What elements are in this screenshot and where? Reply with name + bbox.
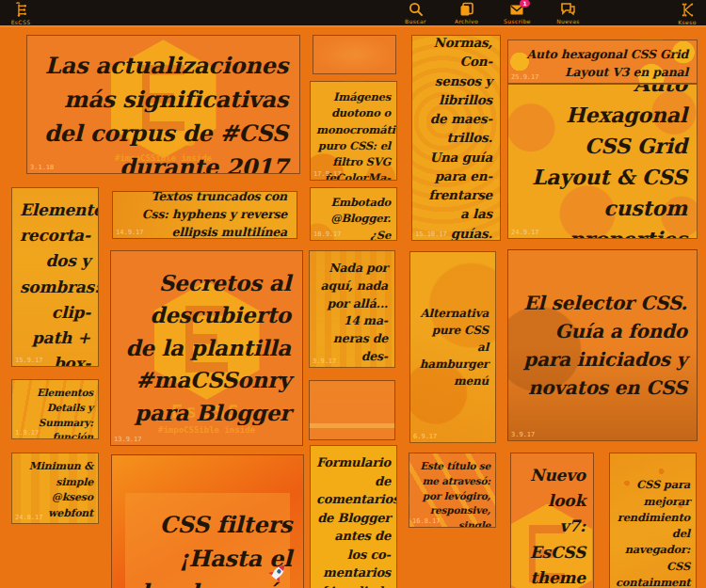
post-date: 3.1.18 — [30, 164, 54, 171]
post-card-blank-top[interactable] — [313, 35, 396, 74]
search-button[interactable]: Buscar — [396, 2, 435, 24]
post-card-blank-mid[interactable] — [309, 380, 395, 440]
kseso-logo-label: Kseso — [678, 19, 697, 25]
post-card-nuevo-look[interactable]: Nuevo look v7: EsCSS theme 2018 ~ la- — [510, 453, 594, 588]
post-card-este-titulo[interactable]: Este título se me atravesó: por levó­gir… — [409, 453, 496, 528]
post-title: Secretos al descu­bierto de la planti­ll… — [122, 267, 291, 430]
post-title: CSS para mejorar rendimiento del navegad… — [616, 477, 690, 588]
kseso-k-logo-icon — [680, 2, 696, 18]
toolbar-actions: Buscar Archivo 1 Suscribe — [396, 2, 587, 24]
search-label: Buscar — [405, 18, 426, 24]
post-title: Las actualizaciones más significativas d… — [39, 49, 288, 174]
post-date: 15.9.17 — [15, 357, 43, 364]
post-card-secretos[interactable]: EsCSS#impoCSSible insideSecretos al desc… — [110, 250, 303, 446]
post-card-auto-v3[interactable]: Auto hexagonal CSS Grid Layout V3 en pan… — [507, 40, 698, 84]
search-icon — [409, 2, 424, 17]
post-card-elementos-recortados[interactable]: Elementos recorta­dos y sombras: clip-pa… — [11, 187, 99, 367]
archive-button[interactable]: Archivo — [447, 2, 486, 24]
kseso-profile-logo[interactable]: Kseso — [670, 2, 704, 25]
post-card-css-filters[interactable]: CSS filters ¡Hasta el borde y más allá! — [111, 454, 304, 588]
post-date: 17.9.17 — [313, 170, 342, 178]
post-title: El selector CSS. Guía a fondo para inici… — [518, 289, 687, 402]
post-card-normas[interactable]: Normas, Con­sensos y libri­llos de maes­… — [411, 35, 501, 241]
archive-icon — [459, 2, 474, 17]
post-title: Nuevo look v7: EsCSS theme 2018 ~ la- — [519, 463, 586, 588]
escss-home-logo[interactable]: EsCSS — [4, 2, 38, 25]
post-date: 13.9.17 — [114, 436, 142, 443]
post-title: Alternativa pure CSS al hamburger menú — [417, 305, 489, 389]
post-card-formulario[interactable]: Formulario de comentarios de Blogger an­… — [310, 445, 397, 588]
escss-logo-label: EsCSS — [11, 19, 31, 25]
comments-label: Nuevas — [556, 18, 580, 24]
post-date: 24.9.17 — [511, 229, 539, 236]
toolbar: EsCSS Buscar Archivo — [0, 0, 706, 27]
comments-button[interactable]: Nuevas — [549, 2, 587, 24]
post-date: 25.9.17 — [511, 73, 539, 81]
subscribe-badge: 1 — [520, 0, 530, 8]
subscribe-button[interactable]: 1 Suscribe — [498, 2, 537, 24]
post-card-las-actualizaciones[interactable]: EsCSS#impoCSSible insideLas actualizacio… — [26, 35, 300, 174]
post-card-embotado[interactable]: Embotado @Blog­ger. ¿Se desatora­rá?10.9… — [310, 187, 397, 241]
post-card-css-containment[interactable]: CSS para mejorar rendimiento del navegad… — [609, 453, 697, 588]
post-date: 16.8.17 — [412, 517, 441, 525]
escss-e-logo-icon — [13, 2, 29, 18]
post-card-el-selector[interactable]: El selector CSS. Guía a fondo para inici… — [507, 249, 698, 441]
post-date: 10.9.17 — [313, 230, 342, 238]
post-date: 6.9.17 — [413, 433, 437, 440]
post-title: Auto hexagonal CSS Grid Layout V3 en pan… — [517, 46, 688, 82]
post-date: 3.9.17 — [511, 431, 535, 438]
post-card-auto-big[interactable]: Auto Hexagonal CSS Grid Layout & CSS cus… — [507, 84, 698, 239]
post-title: Normas, Con­sensos y libri­llos de maes­… — [420, 35, 492, 241]
archive-label: Archivo — [455, 18, 478, 24]
post-card-alternativa[interactable]: Alternativa pure CSS al hamburger menú6.… — [409, 251, 496, 443]
post-title: Textos truncados con Css: hyphens y re­v… — [122, 191, 287, 239]
post-date: 3.9.17 — [313, 358, 336, 365]
post-date: 15.10.17 — [415, 230, 447, 238]
rocket-icon — [265, 561, 290, 588]
post-title: Auto Hexagonal CSS Grid Layout & CSS cus… — [518, 84, 687, 239]
post-date: 1.9.17 — [15, 429, 39, 437]
post-title: Imágenes duotono o monocromáticas puro C… — [316, 89, 391, 181]
subscribe-label: Suscribe — [504, 18, 531, 24]
post-title: Nada por aquí, nada por allá... 14 ma­ne… — [316, 260, 388, 368]
post-card-textos-truncados[interactable]: Textos truncados con Css: hyphens y re­v… — [112, 191, 297, 239]
post-card-nada[interactable]: Nada por aquí, nada por allá... 14 ma­ne… — [309, 250, 395, 368]
escss-blog-page: EsCSS Buscar Archivo — [0, 0, 706, 588]
chat-bubbles-icon — [560, 2, 576, 17]
post-card-imagenes-duotono[interactable]: Imágenes duotono o monocromáticas puro C… — [310, 81, 397, 181]
post-card-elementos-details[interactable]: Elementos Details y Summary: fun­ción to… — [11, 379, 99, 439]
post-date: 24.8.17 — [15, 514, 43, 521]
post-title: Elementos recorta­dos y sombras: clip-pa… — [20, 198, 90, 367]
post-title: Formulario de comentarios de Blogger an­… — [316, 453, 391, 588]
post-card-minimun[interactable]: Minimun & simple @kseso webfont loader: … — [11, 453, 99, 524]
post-date: 14.9.17 — [116, 229, 144, 236]
